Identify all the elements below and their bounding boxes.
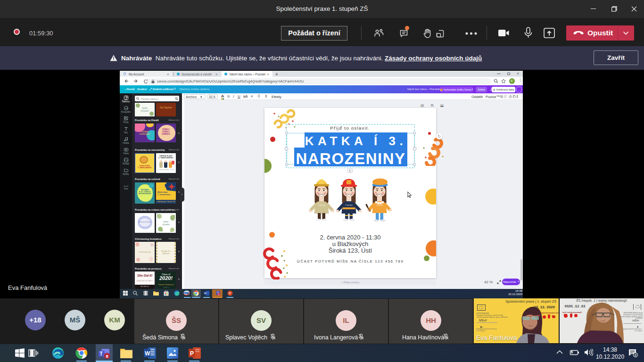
svg-text:W: W <box>145 350 150 357</box>
svg-text:8: 8 <box>106 354 108 359</box>
svg-text:Canva: Canva <box>376 204 383 206</box>
svg-text:P: P <box>190 350 194 357</box>
svg-text:2: 2 <box>218 293 220 296</box>
svg-text:P: P <box>229 292 231 295</box>
svg-text:W: W <box>204 292 207 295</box>
svg-text:T: T <box>100 351 103 356</box>
svg-text:Canva: Canva <box>345 204 353 206</box>
svg-text:2: 2 <box>635 353 637 357</box>
svg-text:Canva: Canva <box>318 204 325 206</box>
